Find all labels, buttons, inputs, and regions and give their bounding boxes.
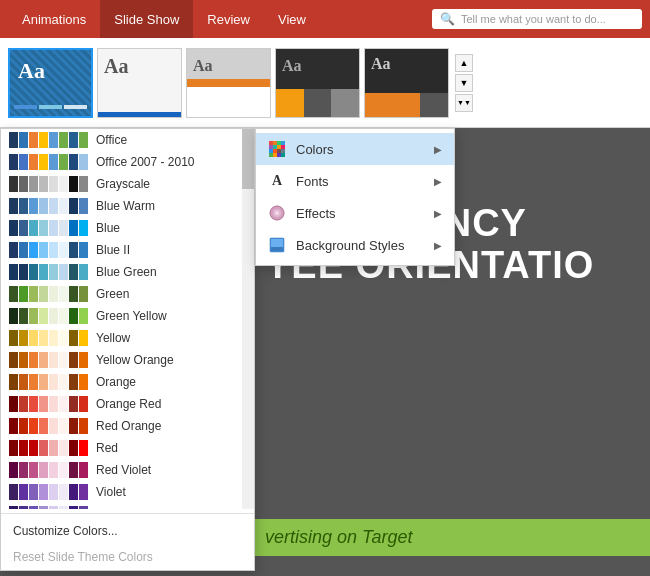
color-item-orange-red[interactable]: Orange Red	[1, 393, 254, 415]
color-item-red-violet[interactable]: Red Violet	[1, 459, 254, 481]
effects-arrow: ▶	[434, 208, 442, 219]
swatch	[39, 462, 48, 478]
swatch	[69, 198, 78, 214]
color-item-label: Red Violet	[96, 463, 151, 477]
color-item-grayscale[interactable]: Grayscale	[1, 173, 254, 195]
color-item-blue-ii[interactable]: Blue II	[1, 239, 254, 261]
swatch	[49, 396, 58, 412]
swatch	[69, 396, 78, 412]
swatch	[29, 418, 38, 434]
swatch	[39, 242, 48, 258]
search-icon: 🔍	[440, 12, 455, 26]
color-swatches	[9, 374, 88, 390]
color-item-office[interactable]: Office	[1, 129, 254, 151]
search-box[interactable]: 🔍 Tell me what you want to do...	[432, 9, 642, 29]
swatch	[59, 242, 68, 258]
swatch	[69, 264, 78, 280]
color-item-red-orange[interactable]: Red Orange	[1, 415, 254, 437]
swatch	[49, 308, 58, 324]
color-swatches	[9, 154, 88, 170]
swatch	[49, 506, 58, 509]
color-item-yellow[interactable]: Yellow	[1, 327, 254, 349]
theme-more[interactable]: ▼▼	[455, 94, 473, 112]
tab-animations[interactable]: Animations	[8, 0, 100, 38]
color-swatches	[9, 308, 88, 324]
color-item-blue-warm[interactable]: Blue Warm	[1, 195, 254, 217]
swatch	[29, 396, 38, 412]
tab-slideshow[interactable]: Slide Show	[100, 0, 193, 38]
swatch	[69, 176, 78, 192]
svg-rect-9	[273, 149, 277, 153]
menu-item-effects[interactable]: Effects ▶	[256, 197, 454, 229]
menu-item-colors[interactable]: Colors ▶	[256, 133, 454, 165]
color-item-label: Green	[96, 287, 129, 301]
svg-rect-2	[277, 141, 281, 145]
menu-item-background[interactable]: Background Styles ▶	[256, 229, 454, 261]
color-item-green-yellow[interactable]: Green Yellow	[1, 305, 254, 327]
swatch	[9, 374, 18, 390]
color-swatches	[9, 132, 88, 148]
theme-scroll-down[interactable]: ▼	[455, 74, 473, 92]
theme-3[interactable]: Aa	[186, 48, 271, 118]
color-item-label: Red	[96, 441, 118, 455]
swatch	[69, 308, 78, 324]
color-item-yellow-orange[interactable]: Yellow Orange	[1, 349, 254, 371]
theme-1[interactable]: Aa	[8, 48, 93, 118]
color-item-office-2007---2010[interactable]: Office 2007 - 2010	[1, 151, 254, 173]
svg-rect-6	[277, 145, 281, 149]
color-swatches	[9, 330, 88, 346]
color-item-violet-ii[interactable]: Violet II	[1, 503, 254, 509]
tab-review[interactable]: Review	[193, 0, 264, 38]
color-item-blue[interactable]: Blue	[1, 217, 254, 239]
theme-scroll-up[interactable]: ▲	[455, 54, 473, 72]
swatch	[39, 506, 48, 509]
color-item-red[interactable]: Red	[1, 437, 254, 459]
swatch	[19, 462, 28, 478]
swatch	[39, 198, 48, 214]
swatch	[9, 330, 18, 346]
swatch	[29, 506, 38, 509]
scroll-thumb[interactable]	[242, 129, 254, 189]
tab-view[interactable]: View	[264, 0, 320, 38]
theme-2[interactable]: Aa	[97, 48, 182, 118]
swatch	[79, 484, 88, 500]
ribbon-bar: Animations Slide Show Review View 🔍 Tell…	[0, 0, 650, 38]
svg-rect-14	[277, 153, 281, 157]
reset-colors-action[interactable]: Reset Slide Theme Colors	[1, 544, 254, 570]
svg-rect-12	[269, 153, 273, 157]
swatch	[9, 506, 18, 509]
color-item-orange[interactable]: Orange	[1, 371, 254, 393]
swatch	[69, 132, 78, 148]
swatch	[59, 198, 68, 214]
swatch	[39, 374, 48, 390]
svg-rect-0	[269, 141, 273, 145]
swatch	[69, 154, 78, 170]
theme-4[interactable]: Aa	[275, 48, 360, 118]
scroll-track[interactable]	[242, 129, 254, 509]
color-item-label: Office 2007 - 2010	[96, 155, 195, 169]
swatch	[19, 396, 28, 412]
color-item-label: Blue Warm	[96, 199, 155, 213]
theme-5[interactable]: Aa	[364, 48, 449, 118]
color-item-violet[interactable]: Violet	[1, 481, 254, 503]
menu-item-fonts[interactable]: A Fonts ▶	[256, 165, 454, 197]
swatch	[19, 242, 28, 258]
swatch	[39, 286, 48, 302]
swatch	[49, 462, 58, 478]
swatch	[49, 154, 58, 170]
swatch	[19, 132, 28, 148]
color-list: OfficeOffice 2007 - 2010GrayscaleBlue Wa…	[1, 129, 254, 509]
swatch	[39, 132, 48, 148]
swatch	[79, 330, 88, 346]
swatch	[19, 198, 28, 214]
color-swatches	[9, 484, 88, 500]
color-item-green[interactable]: Green	[1, 283, 254, 305]
swatch	[9, 264, 18, 280]
swatch	[69, 506, 78, 509]
color-swatches	[9, 286, 88, 302]
customize-colors-action[interactable]: Customize Colors...	[1, 518, 254, 544]
swatch	[59, 440, 68, 456]
swatch	[39, 484, 48, 500]
search-placeholder: Tell me what you want to do...	[461, 13, 606, 25]
color-item-blue-green[interactable]: Blue Green	[1, 261, 254, 283]
